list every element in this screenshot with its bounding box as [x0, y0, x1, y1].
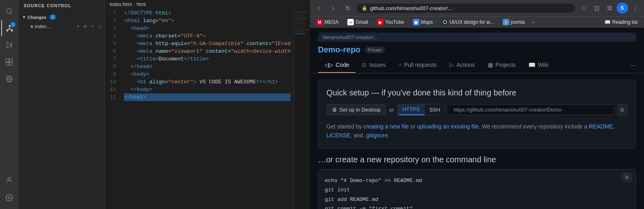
code-content[interactable]: <!DOCTYPE html> <html lang="en"> <head> … — [121, 9, 294, 209]
bookmark-star-button[interactable]: ☆ — [578, 2, 589, 14]
creating-file-link[interactable]: creating a new file — [363, 123, 409, 130]
browser-chrome: ‹ › ↻ 🔒 github.com/himanshu007-creator/.… — [310, 0, 644, 28]
projects-tab-icon: ▦ — [488, 62, 493, 68]
bookmark-github-design[interactable]: ⬡ UI/UX design for w... — [438, 18, 497, 26]
code-line-11: </body> — [124, 86, 291, 93]
svg-line-1 — [11, 13, 12, 14]
mega-favicon: M — [316, 19, 323, 25]
tab-code[interactable]: ◁▷ Code — [318, 58, 355, 73]
https-button[interactable]: HTTPS — [398, 104, 425, 115]
reading-list-button[interactable]: 📖 Reading list — [601, 19, 641, 26]
ssh-button[interactable]: SSH — [425, 104, 445, 115]
menu-button[interactable]: ⋮ — [630, 2, 641, 14]
svg-rect-13 — [10, 62, 13, 66]
code-line-5: <meta http-equiv="X-UA-Compatible" conte… — [124, 40, 291, 48]
bookmark-maps[interactable]: ◉ Maps — [410, 18, 436, 26]
gitignore-link[interactable]: .gitignore — [365, 132, 388, 139]
breadcrumb-file: index.html — [109, 2, 132, 7]
command-section: …or create a new repository on the comma… — [318, 155, 636, 209]
accounts-activity-icon[interactable] — [1, 172, 17, 188]
breadcrumb-tag: html — [136, 2, 146, 7]
stage-btn[interactable]: ＋ — [89, 23, 96, 30]
profile-button[interactable]: S — [617, 2, 628, 14]
back-button[interactable]: ‹ — [313, 2, 324, 14]
svg-line-7 — [10, 29, 12, 30]
pull-requests-tab-label: Pull requests — [404, 62, 437, 68]
bookmark-youtube[interactable]: ▶ YouTube — [374, 18, 407, 26]
projects-tab-label: Projects — [495, 62, 516, 68]
changes-section-header[interactable]: ▼ Changes 1 — [19, 13, 105, 21]
pull-requests-tab-icon: ⑂ — [398, 62, 402, 68]
remote-activity-icon[interactable] — [1, 71, 17, 87]
svg-point-3 — [7, 30, 8, 31]
code-line-6: <meta name="viewport" content="width=dev… — [124, 48, 291, 55]
tab-projects[interactable]: ▦ Projects — [481, 58, 522, 73]
search-activity-icon[interactable] — [1, 3, 17, 19]
source-control-activity-icon[interactable]: 1 — [1, 20, 17, 36]
repo-url-input[interactable] — [448, 104, 614, 115]
bookmark-gmail[interactable]: G Gmail — [344, 18, 371, 26]
license-link[interactable]: LICENSE — [326, 132, 351, 139]
youtube-favicon: ▶ — [377, 19, 384, 25]
repo-nav: ◁▷ Code ⊙ Issues ⑂ Pull requests ▷ Actio… — [310, 58, 644, 73]
copy-url-button[interactable]: ⧉ — [617, 104, 627, 116]
repo-name-link[interactable]: Demo-repo — [318, 45, 361, 54]
repo-header: himanshu007-creator/... Demo-repo Privat… — [310, 28, 644, 58]
reload-button[interactable]: ↻ — [342, 2, 353, 14]
or-text: or — [389, 107, 394, 113]
code-line-9: <body> — [124, 70, 291, 78]
more-bookmarks-button[interactable]: » — [530, 19, 537, 26]
changed-file-item[interactable]: ◈ index.... ↗ ↺ ＋ U — [19, 21, 105, 31]
readme-link[interactable]: README — [589, 123, 613, 130]
tab-wiki[interactable]: 📖 Wiki — [522, 58, 555, 73]
tab-actions[interactable]: ▷ Actions — [443, 58, 481, 73]
github-scrollable-content: Quick setup — if you've done this kind o… — [310, 73, 644, 209]
file-actions: ↗ ↺ ＋ U — [74, 23, 101, 30]
tab-pull-requests[interactable]: ⑂ Pull requests — [392, 58, 443, 73]
copy-commands-button[interactable]: ⧉ — [621, 173, 632, 182]
svg-marker-8 — [7, 42, 12, 48]
extensions-activity-icon[interactable] — [1, 54, 17, 70]
code-line-7: <title>Document</title> — [124, 55, 291, 63]
wiki-tab-icon: 📖 — [528, 62, 535, 68]
line-numbers: 12345 678910 1112 — [105, 9, 121, 209]
wiki-tab-label: Wiki — [538, 62, 548, 68]
modified-badge: U — [98, 24, 101, 29]
setup-desktop-button[interactable]: 🖥 Set up in Desktop — [326, 104, 386, 115]
tab-search-button[interactable]: ⊡ — [591, 2, 602, 14]
tab-more-button[interactable]: ··· — [630, 61, 636, 70]
browser-toolbar: ‹ › ↻ 🔒 github.com/himanshu007-creator/.… — [310, 0, 644, 16]
setup-desktop-label: Set up in Desktop — [339, 107, 381, 113]
extensions-button[interactable]: ⧉ — [604, 2, 615, 14]
address-bar[interactable]: 🔒 github.com/himanshu007-creator/... — [357, 4, 575, 13]
discard-btn[interactable]: ↺ — [82, 23, 88, 30]
quick-setup-title: Quick setup — if you've done this kind o… — [326, 88, 627, 97]
svg-point-17 — [8, 177, 11, 180]
code-editor[interactable]: 12345 678910 1112 <!DOCTYPE html> <html … — [105, 9, 310, 209]
bookmark-mega[interactable]: M MEGA — [313, 18, 342, 26]
open-file-btn[interactable]: ↗ — [74, 23, 81, 30]
forward-button[interactable]: › — [328, 2, 339, 14]
svg-rect-12 — [6, 62, 9, 66]
svg-point-0 — [7, 8, 12, 13]
bookmark-joomla[interactable]: J joomla — [500, 18, 528, 26]
address-text: github.com/himanshu007-creator/... — [370, 5, 570, 11]
run-activity-icon[interactable] — [1, 37, 17, 53]
command-line-1: echo "# Demo-repo" >> README.md — [325, 176, 629, 185]
browser-panel: ‹ › ↻ 🔒 github.com/himanshu007-creator/.… — [310, 0, 644, 209]
code-line-4: <meta charset="UTF-8"> — [124, 32, 291, 40]
github-design-favicon: ⬡ — [442, 19, 448, 25]
youtube-label: YouTube — [385, 19, 404, 25]
repo-blur-banner: himanshu007-creator/... — [318, 33, 636, 42]
command-line-3: git add README.md — [325, 195, 629, 204]
github-content: himanshu007-creator/... Demo-repo Privat… — [310, 28, 644, 209]
uploading-file-link[interactable]: uploading an existing file — [417, 123, 479, 130]
actions-tab-label: Actions — [456, 62, 475, 68]
code-line-2: <html lang="en"> — [124, 17, 291, 25]
settings-activity-icon[interactable] — [1, 190, 17, 206]
command-line-4: git commit -m "first commit" — [325, 204, 629, 209]
actions-tab-icon: ▷ — [450, 62, 454, 68]
source-control-badge: 1 — [10, 22, 16, 27]
breadcrumb-separator: › — [133, 2, 135, 7]
tab-issues[interactable]: ⊙ Issues — [355, 58, 392, 73]
